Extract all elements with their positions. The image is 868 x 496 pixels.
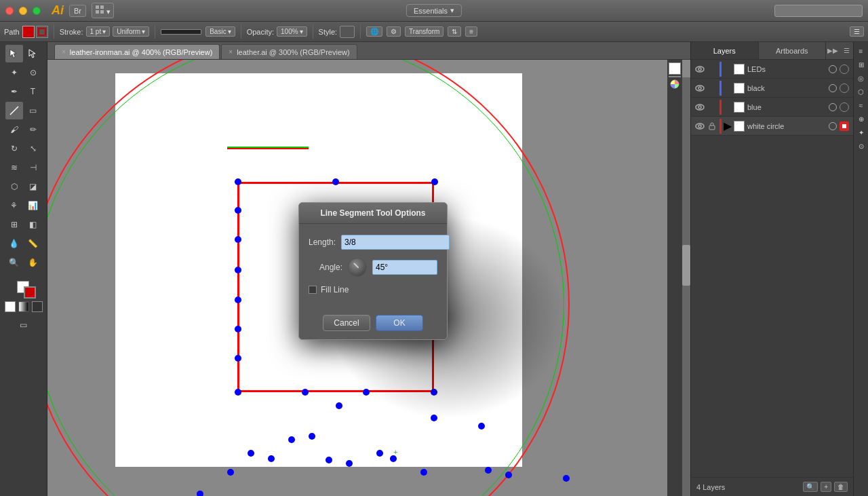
shape-builder-tool[interactable]: ◪ (24, 178, 42, 195)
gradient-tool[interactable]: ◧ (24, 216, 42, 233)
angle-knob[interactable] (348, 258, 367, 277)
svg-point-14 (698, 125, 701, 128)
tab-1[interactable]: × leather-ironman.ai @ 400% (RGB/Preview… (54, 44, 220, 59)
color-strip-toggle[interactable] (669, 79, 681, 90)
tab-close-btn-1[interactable]: × (62, 48, 66, 56)
svg-rect-2 (96, 10, 99, 14)
stroke-color-swatch[interactable] (22, 26, 35, 38)
paintbrush-tool[interactable]: 🖌 (5, 121, 23, 138)
delete-layer-button[interactable]: 🗑 (834, 482, 848, 492)
fill-white-btn[interactable] (5, 301, 16, 312)
layout-button[interactable]: ▾ (92, 3, 114, 18)
align-button[interactable]: ≡ (465, 26, 477, 37)
line-tool[interactable] (5, 102, 23, 119)
column-graph-tool[interactable]: 📊 (24, 197, 42, 214)
layer-target-leds[interactable] (829, 65, 837, 73)
pencil-tool[interactable]: ✏ (24, 121, 42, 138)
layer-circle-leds[interactable] (840, 64, 849, 74)
panel-toggle-button[interactable]: ☰ (850, 26, 864, 37)
style-swatch[interactable] (340, 26, 355, 38)
edge-btn-7[interactable]: ✦ (855, 126, 867, 138)
search-layers-button[interactable]: 🔍 (803, 482, 818, 492)
fill-gradient-btn[interactable] (18, 301, 29, 312)
layer-eye-leds[interactable] (695, 64, 705, 74)
tab-artboards[interactable]: Artboards (759, 42, 827, 59)
edge-btn-3[interactable]: ◎ (855, 72, 867, 84)
edge-btn-1[interactable]: ≡ (855, 45, 867, 57)
layer-circle-black[interactable] (840, 83, 849, 93)
arrange-button[interactable]: ⇅ (448, 26, 461, 37)
symbol-tool[interactable]: ⚘ (5, 197, 23, 214)
ok-button[interactable]: OK (376, 315, 423, 331)
width-tool[interactable]: ⊣ (24, 159, 42, 176)
edge-btn-6[interactable]: ⊕ (855, 113, 867, 125)
search-input[interactable] (774, 5, 863, 17)
fill-none-btn[interactable] (32, 301, 43, 312)
anchor-dot-28 (563, 475, 570, 482)
anchor-dot-11 (302, 389, 309, 396)
select-tool[interactable] (5, 45, 23, 62)
layer-target-black[interactable] (829, 84, 837, 92)
rect-tool[interactable]: ▭ (24, 102, 42, 119)
stroke-box[interactable] (24, 286, 36, 299)
warp-tool[interactable]: ≋ (5, 159, 23, 176)
opacity-value-button[interactable]: 100% ▾ (277, 26, 307, 37)
layer-circle-blue[interactable] (840, 102, 849, 112)
essentials-button[interactable]: Essentials ▾ (406, 4, 462, 17)
tab-close-btn-2[interactable]: × (229, 48, 233, 56)
cancel-button[interactable]: Cancel (323, 315, 370, 331)
hand-tool[interactable]: ✋ (24, 254, 42, 271)
panel-more-button[interactable]: ▶▶ (826, 42, 840, 59)
basic-button[interactable]: Basic ▾ (205, 26, 235, 37)
layer-target-white-circle[interactable] (829, 122, 837, 130)
zoom-tool[interactable]: 🔍 (5, 254, 23, 271)
layer-swatch-black (734, 83, 745, 94)
edge-btn-5[interactable]: ≈ (855, 99, 867, 111)
pen-tool[interactable]: ✒ (5, 83, 23, 100)
close-button[interactable] (5, 7, 14, 15)
settings-button[interactable]: ⚙ (387, 26, 401, 37)
layer-expand-white-circle[interactable]: ▶ (724, 123, 731, 130)
rotate-tools-row: ↻ ⤡ (5, 140, 42, 157)
anchor-dot-17 (248, 450, 254, 457)
color-strip-white[interactable] (669, 62, 681, 75)
type-tool[interactable]: T (24, 83, 42, 100)
layer-target-blue[interactable] (829, 103, 837, 111)
fill-line-checkbox[interactable] (309, 286, 317, 294)
stroke-value-button[interactable]: 1 pt ▾ (86, 26, 111, 37)
magic-wand-tool[interactable]: ✦ (5, 64, 23, 81)
angle-input[interactable] (372, 260, 437, 275)
direct-select-tool[interactable] (24, 45, 42, 62)
layer-eye-white-circle[interactable] (695, 121, 705, 131)
tab-layers[interactable]: Layers (691, 42, 759, 59)
measure-tool[interactable]: 📏 (24, 235, 42, 252)
tab-2[interactable]: × leather.ai @ 300% (RGB/Preview) (221, 44, 357, 59)
lasso-tool[interactable]: ⊙ (24, 64, 42, 81)
change-screen-mode-btn[interactable]: ▭ (15, 316, 33, 334)
edge-btn-4[interactable]: ⬡ (855, 85, 867, 98)
rotate-tool[interactable]: ↻ (5, 140, 23, 157)
warp-tools-row: ≋ ⊣ (5, 159, 42, 176)
layer-eye-black[interactable] (695, 83, 705, 93)
layer-eye-blue[interactable] (695, 102, 705, 112)
scale-tool[interactable]: ⤡ (24, 140, 42, 157)
edge-btn-8[interactable]: ⊙ (855, 140, 867, 152)
new-layer-button[interactable]: + (821, 482, 831, 492)
minimize-button[interactable] (19, 7, 27, 15)
free-transform-tool[interactable]: ⬡ (5, 178, 23, 195)
length-input[interactable] (341, 235, 450, 250)
scrollbar-vertical[interactable] (682, 77, 690, 496)
stroke-type-button[interactable] (36, 26, 48, 38)
mesh-tool[interactable]: ⊞ (5, 216, 23, 233)
globe-button[interactable]: 🌐 (366, 26, 382, 37)
transform-button[interactable]: Transform (405, 26, 443, 37)
uniform-button[interactable]: Uniform ▾ (113, 26, 149, 37)
edge-btn-2[interactable]: ⊞ (855, 58, 867, 71)
layer-selected-indicator[interactable] (840, 121, 849, 131)
scrollbar-thumb[interactable] (682, 245, 690, 286)
blend-tools-row: 🔍 ✋ (5, 254, 42, 271)
bridge-button[interactable]: Br (69, 5, 86, 17)
maximize-button[interactable] (33, 7, 41, 15)
panel-options-button[interactable]: ☰ (840, 42, 853, 59)
eyedropper-tool[interactable]: 💧 (5, 235, 23, 252)
